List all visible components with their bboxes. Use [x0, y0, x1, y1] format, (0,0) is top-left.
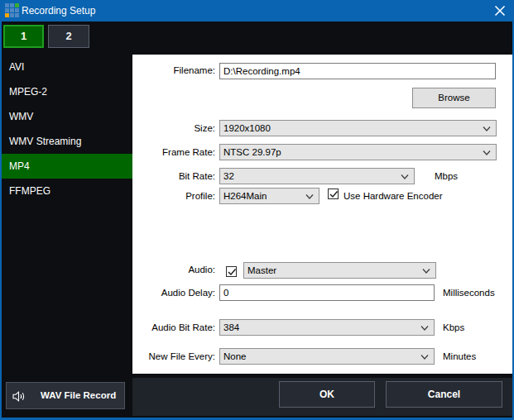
filename-label: Filename:	[132, 65, 215, 75]
tab-1[interactable]: 1	[3, 25, 44, 48]
close-icon	[493, 4, 507, 17]
settings-panel: Filename: D:\Recording.mp4 Browse Size: …	[132, 55, 512, 374]
sidebar-item-wmv[interactable]: WMV	[2, 104, 132, 129]
ok-button[interactable]: OK	[279, 381, 375, 408]
chevron-down-icon	[420, 324, 429, 332]
sidebar-item-ffmpeg[interactable]: FFMPEG	[2, 179, 132, 203]
audio-checkbox[interactable]	[226, 266, 237, 277]
window-title: Recording Setup	[22, 0, 95, 21]
checkmark-icon	[227, 267, 238, 278]
audio-select[interactable]: Master	[243, 262, 436, 279]
audio-label: Audio:	[132, 265, 215, 274]
vmix-logo-icon	[5, 3, 19, 17]
tab-2[interactable]: 2	[48, 25, 89, 48]
profile-value: H264Main	[223, 191, 267, 201]
frame-rate-select[interactable]: NTSC 29.97p	[219, 144, 497, 160]
format-list: AVI MPEG-2 WMV WMV Streaming MP4 FFMPEG	[2, 55, 132, 203]
size-select[interactable]: 1920x1080	[219, 120, 497, 136]
bit-rate-value: 32	[223, 171, 234, 181]
recording-setup-dialog: Recording Setup 1 2 AVI MPEG-2 WMV WMV S…	[0, 0, 514, 420]
sidebar-item-mp4[interactable]: MP4	[2, 154, 132, 179]
sidebar-item-wmv-streaming[interactable]: WMV Streaming	[2, 129, 132, 154]
checkmark-icon	[329, 189, 339, 200]
chevron-down-icon	[401, 173, 409, 181]
hardware-encoder-label: Use Hardware Encoder	[343, 191, 443, 201]
browse-button[interactable]: Browse	[412, 88, 496, 108]
audio-bit-rate-unit: Kbps	[443, 322, 464, 332]
new-file-every-unit: Minutes	[443, 351, 476, 361]
size-label: Size:	[132, 123, 215, 133]
audio-bit-rate-value: 384	[223, 322, 239, 332]
chevron-down-icon	[483, 125, 491, 133]
frame-rate-value: NTSC 29.97p	[223, 147, 281, 157]
frame-rate-label: Frame Rate:	[132, 147, 215, 157]
audio-delay-label: Audio Delay:	[132, 288, 215, 298]
hardware-encoder-checkbox[interactable]	[328, 189, 339, 199]
profile-select[interactable]: H264Main	[219, 188, 319, 204]
profile-label: Profile:	[132, 191, 215, 201]
bit-rate-unit: Mbps	[435, 171, 458, 181]
audio-bit-rate-label: Audio Bit Rate:	[132, 322, 215, 332]
size-value: 1920x1080	[223, 123, 271, 133]
chevron-down-icon	[305, 193, 314, 201]
audio-bit-rate-select[interactable]: 384	[219, 319, 435, 336]
sidebar-item-mpeg2[interactable]: MPEG-2	[2, 79, 132, 104]
chevron-down-icon	[420, 353, 429, 361]
chevron-down-icon	[483, 149, 491, 157]
new-file-every-value: None	[223, 351, 247, 361]
wav-file-record-button[interactable]: WAV File Record	[6, 382, 125, 409]
cancel-button[interactable]: Cancel	[386, 381, 502, 408]
filename-input[interactable]: D:\Recording.mp4	[219, 63, 496, 79]
new-file-every-select[interactable]: None	[219, 348, 435, 365]
title-bar[interactable]: Recording Setup	[0, 0, 514, 21]
bit-rate-label: Bit Rate:	[132, 171, 215, 181]
new-file-every-label: New File Every:	[132, 351, 215, 361]
bit-rate-select[interactable]: 32	[219, 168, 415, 184]
audio-delay-unit: Milliseconds	[443, 288, 495, 298]
audio-value: Master	[247, 265, 276, 275]
footer-bar: OK Cancel	[132, 378, 512, 416]
chevron-down-icon	[422, 267, 430, 275]
sidebar-item-avi[interactable]: AVI	[2, 55, 132, 79]
close-button[interactable]	[493, 4, 507, 17]
audio-delay-input[interactable]: 0	[219, 284, 435, 301]
speaker-icon	[12, 391, 28, 402]
